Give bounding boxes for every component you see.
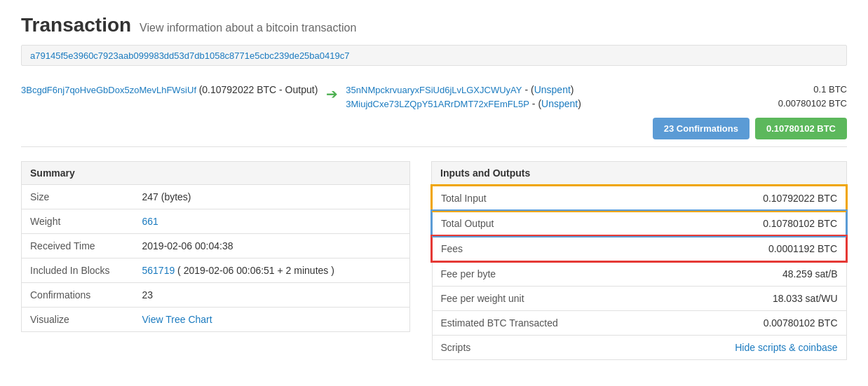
- tx-buttons: 23 Confirmations 0.10780102 BTC: [346, 118, 847, 139]
- io-value: 18.033 sat/WU: [651, 287, 846, 311]
- io-value[interactable]: Hide scripts & coinbase: [651, 336, 846, 360]
- output-amount-1: 0.1 BTC: [813, 84, 847, 95]
- summary-value: 247 (bytes): [134, 185, 410, 209]
- io-label: Total Output: [432, 211, 651, 236]
- summary-title: Summary: [21, 161, 410, 185]
- summary-label: Confirmations: [22, 283, 134, 308]
- io-row: Total Input0.10792022 BTC: [432, 186, 846, 211]
- output-status-2: - (Unspent): [532, 98, 581, 109]
- summary-label: Visualize: [22, 308, 134, 332]
- tx-arrow: ➔: [318, 84, 346, 102]
- summary-label: Weight: [22, 209, 134, 234]
- io-value: 0.0001192 BTC: [651, 236, 846, 261]
- output-status-1: - (Unspent): [524, 84, 574, 95]
- io-label: Estimated BTC Transacted: [432, 311, 651, 336]
- summary-value-link[interactable]: View Tree Chart: [142, 314, 212, 325]
- io-value: 0.10792022 BTC: [651, 186, 846, 211]
- summary-row: Received Time2019-02-06 00:04:38: [22, 234, 410, 259]
- io-value: 48.259 sat/B: [651, 261, 846, 287]
- summary-row: Included In Blocks561719 ( 2019-02-06 00…: [22, 259, 410, 283]
- io-label: Total Input: [432, 186, 651, 211]
- page-title: Transaction: [21, 14, 131, 36]
- output-amount-2: 0.00780102 BTC: [778, 98, 847, 109]
- summary-value[interactable]: 561719 ( 2019-02-06 00:06:51 + 2 minutes…: [134, 259, 410, 283]
- output-address-1-link[interactable]: 35nNMpckrvuaryxFSiUd6jLvLGXJCWUyAY: [346, 85, 522, 95]
- io-panel: Inputs and Outputs Total Input0.10792022…: [431, 161, 847, 360]
- page-subtitle: View information about a bitcoin transac…: [140, 22, 356, 34]
- summary-table: Size247 (bytes)Weight661Received Time201…: [21, 185, 410, 332]
- summary-row: Size247 (bytes): [22, 185, 410, 209]
- io-row: Total Output0.10780102 BTC: [432, 211, 846, 236]
- io-value-link[interactable]: Hide scripts & coinbase: [735, 342, 837, 353]
- summary-row: Confirmations23: [22, 283, 410, 308]
- io-label: Fees: [432, 236, 651, 261]
- summary-value[interactable]: View Tree Chart: [134, 308, 410, 332]
- io-row: Fee per weight unit18.033 sat/WU: [432, 287, 846, 311]
- confirmations-button[interactable]: 23 Confirmations: [653, 118, 750, 139]
- io-row: Fees0.0001192 BTC: [432, 236, 846, 261]
- io-table: Total Input0.10792022 BTCTotal Output0.1…: [431, 185, 847, 360]
- io-value: 0.10780102 BTC: [651, 211, 846, 236]
- summary-label: Size: [22, 185, 134, 209]
- tx-flow: 3BcgdF6nj7qoHveGbDox5zoMevLhFWsiUf (0.10…: [21, 77, 847, 147]
- summary-panel: Summary Size247 (bytes)Weight661Received…: [21, 161, 410, 360]
- input-address-link[interactable]: 3BcgdF6nj7qoHveGbDox5zoMevLhFWsiUf: [21, 85, 199, 95]
- btc-total-button[interactable]: 0.10780102 BTC: [755, 118, 847, 139]
- tx-input: 3BcgdF6nj7qoHveGbDox5zoMevLhFWsiUf (0.10…: [21, 84, 318, 95]
- input-amount: (0.10792022 BTC - Output): [199, 84, 318, 95]
- io-title: Inputs and Outputs: [431, 161, 847, 185]
- io-label: Fee per weight unit: [432, 287, 651, 311]
- io-row: Estimated BTC Transacted0.00780102 BTC: [432, 311, 846, 336]
- summary-row: VisualizeView Tree Chart: [22, 308, 410, 332]
- tx-hash-bar: a79145f5e3960c7923aab099983dd53d7db1058c…: [21, 45, 847, 66]
- summary-value-link[interactable]: 661: [142, 216, 158, 227]
- main-content: Summary Size247 (bytes)Weight661Received…: [21, 161, 847, 360]
- io-value: 0.00780102 BTC: [651, 311, 846, 336]
- io-row: ScriptsHide scripts & coinbase: [432, 336, 846, 360]
- tx-hash-link[interactable]: a79145f5e3960c7923aab099983dd53d7db1058c…: [30, 50, 349, 61]
- page-header: Transaction View information about a bit…: [21, 14, 847, 36]
- summary-value: 661: [134, 209, 410, 234]
- summary-value-extra: ( 2019-02-06 00:06:51 + 2 minutes ): [175, 265, 334, 276]
- io-label: Scripts: [432, 336, 651, 360]
- output-address-2-link[interactable]: 3MiujdCxe73LZQpY51ARrDMT72xFEmFL5P: [346, 99, 529, 109]
- summary-value: 23: [134, 283, 410, 308]
- tx-output-row-1: 35nNMpckrvuaryxFSiUd6jLvLGXJCWUyAY - (Un…: [346, 84, 847, 95]
- tx-outputs-area: 35nNMpckrvuaryxFSiUd6jLvLGXJCWUyAY - (Un…: [346, 84, 847, 139]
- summary-value-link[interactable]: 561719: [142, 265, 175, 276]
- summary-value: 2019-02-06 00:04:38: [134, 234, 410, 259]
- tx-output-row-2: 3MiujdCxe73LZQpY51ARrDMT72xFEmFL5P - (Un…: [346, 98, 847, 109]
- io-row: Fee per byte48.259 sat/B: [432, 261, 846, 287]
- summary-label: Received Time: [22, 234, 134, 259]
- io-label: Fee per byte: [432, 261, 651, 287]
- summary-label: Included In Blocks: [22, 259, 134, 283]
- summary-row: Weight661: [22, 209, 410, 234]
